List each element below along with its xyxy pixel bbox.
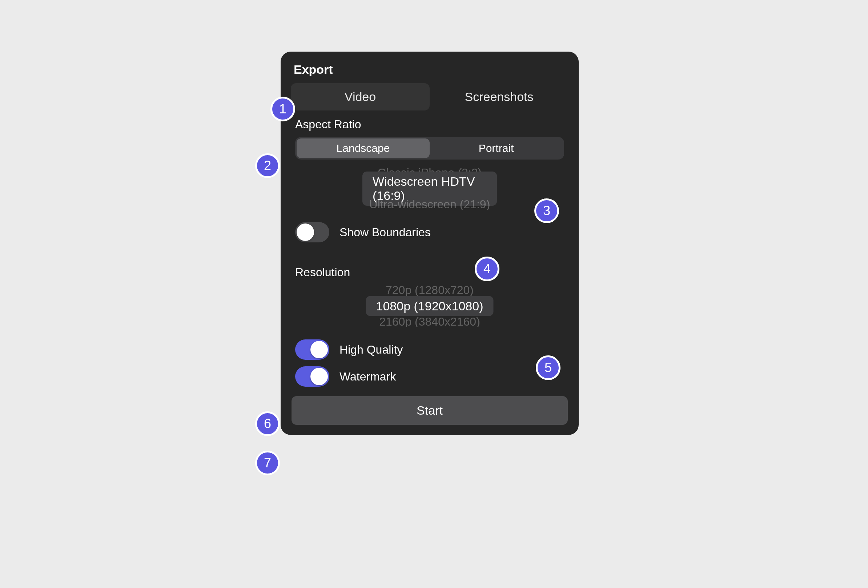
picker-next: Ultra-widescreen (21:9) xyxy=(295,198,564,210)
show-boundaries-label: Show Boundaries xyxy=(340,225,431,239)
high-quality-toggle[interactable] xyxy=(295,339,329,360)
start-button[interactable]: Start xyxy=(292,396,568,425)
resolution-label: Resolution xyxy=(291,262,568,285)
export-panel: Export Video Screenshots Aspect Ratio La… xyxy=(280,52,579,435)
callout-6: 6 xyxy=(255,411,280,436)
resolution-picker[interactable]: 720p (1280x720) 1080p (1920x1080) 2160p … xyxy=(295,285,564,327)
picker-prev: 720p (1280x720) xyxy=(295,285,564,297)
callout-3: 3 xyxy=(534,198,559,223)
orientation-segmented-control: Landscape Portrait xyxy=(295,137,564,159)
callout-5: 5 xyxy=(536,355,561,380)
high-quality-row: High Quality xyxy=(291,335,568,365)
watermark-label: Watermark xyxy=(340,370,396,383)
aspect-ratio-picker[interactable]: Classic iPhone (3:2) Widescreen HDTV (16… xyxy=(295,168,564,210)
watermark-row: Watermark xyxy=(291,365,568,392)
orientation-portrait[interactable]: Portrait xyxy=(430,139,563,158)
callout-4: 4 xyxy=(475,256,499,281)
tab-video[interactable]: Video xyxy=(291,83,430,111)
tab-screenshots[interactable]: Screenshots xyxy=(430,83,568,111)
high-quality-label: High Quality xyxy=(340,343,403,357)
show-boundaries-row: Show Boundaries xyxy=(291,217,568,248)
show-boundaries-toggle[interactable] xyxy=(295,222,329,242)
orientation-landscape[interactable]: Landscape xyxy=(297,139,430,158)
picker-selected[interactable]: 1080p (1920x1080) xyxy=(366,296,494,316)
panel-title: Export xyxy=(291,60,568,83)
picker-next: 2160p (3840x2160) xyxy=(295,315,564,327)
callout-7: 7 xyxy=(255,451,280,475)
watermark-toggle[interactable] xyxy=(295,366,329,387)
callout-1: 1 xyxy=(270,97,295,121)
export-tabs: Video Screenshots xyxy=(291,83,568,111)
aspect-ratio-label: Aspect Ratio xyxy=(291,114,568,137)
callout-2: 2 xyxy=(255,153,280,178)
